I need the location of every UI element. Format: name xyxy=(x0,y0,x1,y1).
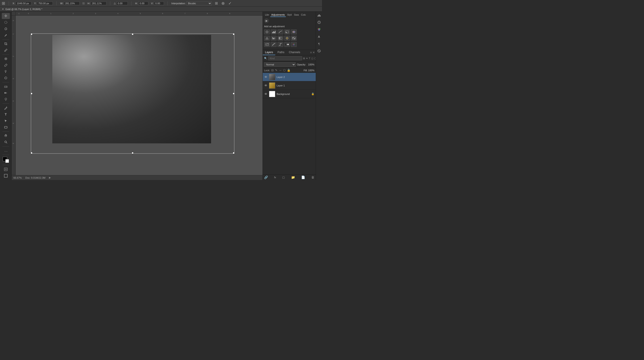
new-group-button[interactable]: 📁 xyxy=(291,176,295,179)
adj-selective-color[interactable] xyxy=(291,42,297,47)
layer2-visibility[interactable]: 👁 xyxy=(264,75,268,79)
heal-tool[interactable] xyxy=(2,56,10,62)
blend-mode-select[interactable]: Normal Dissolve Multiply Screen Overlay xyxy=(264,62,296,67)
warp-button[interactable]: ⊞ xyxy=(214,1,218,6)
filter-type[interactable]: T xyxy=(309,57,310,60)
adj-exposure[interactable] xyxy=(284,29,290,34)
x-input[interactable]: 1049.50 px xyxy=(16,1,31,5)
adj-invert[interactable] xyxy=(264,42,270,47)
eraser-tool[interactable] xyxy=(2,84,10,90)
adj-curves[interactable] xyxy=(278,29,283,34)
link-icon[interactable]: ⛓ xyxy=(82,2,85,5)
background-visibility[interactable]: 👁 xyxy=(264,92,268,96)
transform-handle-bc[interactable] xyxy=(132,152,134,154)
adj-channel-mixer[interactable] xyxy=(291,36,297,41)
marquee-tool[interactable] xyxy=(2,19,10,25)
transform-handle-tl[interactable] xyxy=(31,33,32,35)
screen-mode-button[interactable] xyxy=(2,173,10,179)
adj-color-balance[interactable] xyxy=(271,36,276,41)
adj-posterize[interactable] xyxy=(271,42,276,47)
adj-threshold[interactable] xyxy=(278,42,283,47)
cancel-transform-button[interactable]: ⊗ xyxy=(221,0,225,6)
transform-handle-tr[interactable] xyxy=(233,33,234,35)
tab-layers[interactable]: Layers xyxy=(263,50,275,55)
clone-tool[interactable] xyxy=(2,69,10,75)
adj-gradient-map[interactable] xyxy=(284,42,290,47)
lock-transparent[interactable]: ⊟ xyxy=(271,69,274,72)
pen-tool[interactable] xyxy=(2,105,10,111)
lock-artboard[interactable]: ⬡ xyxy=(283,69,286,72)
tab-color[interactable]: Colc xyxy=(300,13,307,17)
adj-bw[interactable] xyxy=(278,36,283,41)
layer1-visibility[interactable]: 👁 xyxy=(264,84,268,87)
opacity-value[interactable]: 100% xyxy=(306,63,314,66)
angle-input[interactable] xyxy=(116,1,128,5)
filter-smart[interactable]: ⬡ xyxy=(314,57,316,60)
delete-layer-button[interactable]: 🗑 xyxy=(311,176,314,179)
filter-shape[interactable]: ◻ xyxy=(311,57,313,60)
confirm-transform-button[interactable]: ✓ xyxy=(228,0,232,6)
tab-channels[interactable]: Channels xyxy=(287,50,302,55)
canvas-viewport[interactable] xyxy=(16,16,262,175)
background-color[interactable] xyxy=(5,159,9,163)
magic-wand-tool[interactable] xyxy=(2,32,10,38)
interpolation-select[interactable]: Bicubic Bilinear Nearest Neighbor xyxy=(186,1,212,5)
add-mask-button[interactable]: ◻ xyxy=(282,176,285,179)
crop-tool[interactable] xyxy=(2,41,10,47)
color-swatches[interactable] xyxy=(3,157,9,163)
v-skew-input[interactable] xyxy=(154,1,164,5)
gradient-tool[interactable] xyxy=(2,90,10,96)
panel-icon-3d[interactable] xyxy=(316,48,322,54)
eyedropper-tool[interactable] xyxy=(2,47,10,53)
status-arrow[interactable]: ▶ xyxy=(49,176,51,179)
new-layer-button[interactable]: 📄 xyxy=(301,176,305,179)
adj-hsl[interactable] xyxy=(264,36,270,41)
transform-handle-mr[interactable] xyxy=(233,93,234,94)
more-tools-button[interactable]: … xyxy=(2,148,10,154)
layer-item-background[interactable]: 👁 Background 🔒 xyxy=(263,90,316,98)
layer-item-layer1[interactable]: 👁 Layer 1 xyxy=(263,81,316,90)
quick-mask-button[interactable] xyxy=(2,166,10,172)
lock-position[interactable]: ↔ xyxy=(279,69,282,72)
zoom-tool[interactable] xyxy=(2,139,10,145)
transform-handle-br[interactable] xyxy=(233,152,234,154)
h-skew-input[interactable] xyxy=(138,1,148,5)
history-brush-tool[interactable] xyxy=(2,75,10,81)
filter-pixel[interactable]: ⊞ xyxy=(303,57,305,60)
adj-levels[interactable] xyxy=(271,29,276,34)
layer-search-input[interactable] xyxy=(268,56,302,60)
fill-value[interactable]: 100% xyxy=(308,69,314,72)
y-input[interactable]: 750.00 px xyxy=(37,1,53,5)
link-layers-button[interactable]: 🔗 xyxy=(264,176,268,179)
panel-icon-color[interactable] xyxy=(316,27,322,32)
layers-panel-close[interactable]: ✕ xyxy=(312,51,315,54)
text-tool[interactable]: T xyxy=(2,111,10,117)
w-input[interactable] xyxy=(64,1,80,5)
brush-tool[interactable] xyxy=(2,62,10,68)
layers-panel-menu[interactable]: ≡ xyxy=(310,51,312,54)
tab-styles[interactable]: Styli xyxy=(286,13,293,17)
play-button[interactable]: ▶ xyxy=(264,18,269,23)
hand-tool[interactable] xyxy=(2,133,10,139)
panel-icon-histogram[interactable] xyxy=(316,12,322,18)
tab-swatches[interactable]: Swa xyxy=(293,13,300,17)
layer-item-layer2[interactable]: 👁 Layer 2 xyxy=(263,73,316,81)
panel-icon-info[interactable] xyxy=(316,20,322,25)
shape-tool[interactable] xyxy=(2,124,10,130)
dodge-tool[interactable] xyxy=(2,96,10,103)
transform-handle-ml[interactable] xyxy=(31,93,32,94)
panel-icon-character[interactable]: A xyxy=(316,34,322,39)
fx-button[interactable]: fx xyxy=(274,176,276,179)
lock-all[interactable]: 🔒 xyxy=(287,69,290,72)
tab-libraries[interactable]: Libr xyxy=(264,13,270,17)
lasso-tool[interactable] xyxy=(2,26,10,32)
transform-handle-bl[interactable] xyxy=(31,152,32,154)
tab-adjustments[interactable]: Adjustments xyxy=(270,13,286,17)
tab-paths[interactable]: Paths xyxy=(275,50,287,55)
h-input[interactable] xyxy=(91,1,106,5)
panel-icon-paragraph[interactable]: ¶ xyxy=(316,41,322,46)
close-tab-button[interactable]: ✕ xyxy=(2,7,4,11)
adj-vibrance[interactable] xyxy=(291,29,297,34)
adj-brightness[interactable] xyxy=(264,29,270,34)
lock-image[interactable]: ✎ xyxy=(275,69,278,72)
